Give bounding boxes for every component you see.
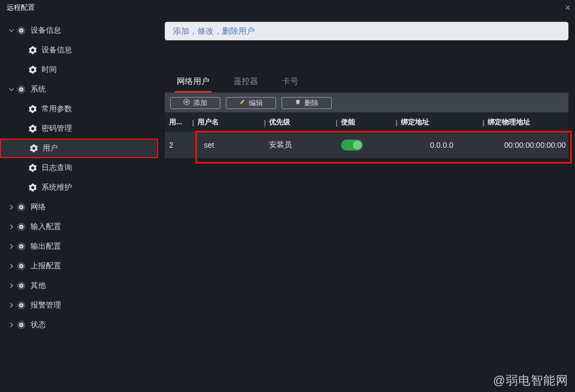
watermark: @弱电智能网: [493, 372, 568, 389]
button-label: 添加: [193, 98, 207, 108]
svg-point-1: [17, 86, 26, 94]
column-separator: |: [264, 118, 269, 126]
gear-icon: [28, 164, 37, 172]
sidebar-group-input-config[interactable]: 输入配置: [0, 217, 158, 237]
sidebar-group-label: 设备信息: [31, 26, 61, 35]
sidebar-group-label: 系统: [31, 85, 46, 94]
th-bind-mac: 绑定物理地址: [488, 117, 568, 127]
gear-icon: [16, 26, 26, 35]
sidebar-item-label: 时间: [41, 65, 57, 75]
sidebar: 设备信息 设备信息 时间 系统: [0, 15, 158, 392]
sidebar-item-time[interactable]: 时间: [0, 60, 158, 80]
column-separator: |: [336, 118, 341, 126]
tab-label: 网络用户: [177, 76, 209, 87]
sidebar-group-label: 状态: [31, 320, 46, 330]
gear-icon: [16, 320, 26, 330]
sidebar-group-output-config[interactable]: 输出配置: [0, 237, 158, 256]
add-button[interactable]: 添加: [170, 97, 220, 109]
svg-point-2: [17, 203, 26, 212]
sidebar-group-device-info[interactable]: 设备信息: [0, 21, 158, 40]
table-header: 用... | 用户名 | 优先级 | 使能 | 绑定地址 | 绑定物理地址: [165, 112, 568, 132]
sidebar-item-device-info[interactable]: 设备信息: [0, 40, 158, 60]
column-separator: |: [483, 118, 488, 126]
sidebar-group-alarm-mgmt[interactable]: 报警管理: [0, 295, 158, 315]
gear-icon: [16, 300, 26, 310]
cell-priority: 安装员: [269, 140, 336, 150]
gear-icon: [28, 105, 37, 113]
tab-remote[interactable]: 遥控器: [221, 70, 270, 92]
titlebar: 远程配置 ×: [0, 0, 575, 15]
sidebar-item-label: 用户: [43, 143, 58, 153]
th-index: 用...: [169, 117, 192, 127]
sidebar-group-label: 输出配置: [31, 242, 61, 251]
tab-network-user[interactable]: 网络用户: [165, 70, 221, 92]
caret-right-icon: [8, 263, 15, 269]
table-row[interactable]: 2 | set | 安装员 | | 0.0.0.0 | 00:00:00:00:…: [165, 132, 568, 158]
svg-point-8: [17, 321, 26, 329]
tabs: 网络用户 遥控器 卡号: [165, 71, 568, 93]
content: 添加，修改，删除用户 网络用户 遥控器 卡号 添加: [158, 15, 575, 392]
th-bind-ip: 绑定地址: [401, 117, 483, 127]
gear-icon: [16, 85, 26, 94]
sidebar-item-password-mgmt[interactable]: 密码管理: [0, 119, 158, 138]
gear-icon: [16, 202, 26, 212]
button-label: 删除: [304, 98, 319, 108]
enable-toggle[interactable]: [341, 140, 363, 150]
th-priority: 优先级: [269, 117, 336, 127]
page-banner: 添加，修改，删除用户: [165, 22, 568, 40]
sidebar-group-network[interactable]: 网络: [0, 197, 158, 217]
close-icon[interactable]: ×: [565, 3, 571, 13]
trash-icon: [295, 99, 301, 107]
caret-down-icon: [8, 28, 15, 33]
tab-card[interactable]: 卡号: [270, 70, 310, 92]
sidebar-group-status[interactable]: 状态: [0, 315, 158, 335]
column-separator: |: [192, 118, 197, 126]
caret-right-icon: [8, 204, 15, 210]
sidebar-group-label: 上报配置: [31, 261, 61, 271]
sidebar-group-label: 网络: [31, 202, 46, 212]
sidebar-item-label: 常用参数: [41, 104, 72, 114]
sidebar-item-label: 日志查询: [41, 163, 72, 173]
th-username: 用户名: [197, 117, 264, 127]
svg-point-6: [17, 282, 26, 290]
caret-right-icon: [8, 244, 15, 249]
caret-down-icon: [8, 87, 15, 92]
cell-enable: [341, 140, 396, 150]
column-separator: |: [396, 118, 401, 126]
sidebar-item-label: 密码管理: [41, 124, 72, 134]
sidebar-item-system-maintenance[interactable]: 系统维护: [0, 178, 158, 197]
toggle-knob: [353, 141, 362, 149]
plus-icon: [183, 99, 190, 107]
gear-icon: [28, 183, 37, 192]
sidebar-group-report-config[interactable]: 上报配置: [0, 256, 158, 276]
edit-button[interactable]: 编辑: [226, 97, 276, 109]
gear-icon: [16, 261, 26, 271]
gear-icon: [28, 46, 37, 55]
th-enable: 使能: [341, 117, 396, 127]
delete-button[interactable]: 删除: [281, 97, 332, 109]
cell-bind-ip: 0.0.0.0: [401, 141, 483, 149]
sidebar-item-label: 系统维护: [41, 183, 72, 192]
gear-icon: [28, 124, 37, 133]
sidebar-item-label: 设备信息: [41, 45, 72, 55]
tab-label: 卡号: [282, 76, 298, 87]
gear-icon: [16, 281, 26, 291]
tab-label: 遥控器: [233, 76, 258, 87]
window-title: 远程配置: [7, 3, 35, 13]
caret-right-icon: [8, 303, 15, 308]
svg-point-4: [17, 243, 26, 251]
sidebar-group-label: 其他: [31, 281, 46, 291]
gear-icon: [29, 144, 38, 153]
sidebar-item-log-query[interactable]: 日志查询: [0, 158, 158, 178]
svg-point-3: [17, 223, 26, 231]
sidebar-group-system[interactable]: 系统: [0, 80, 158, 99]
pencil-icon: [239, 99, 245, 107]
sidebar-item-common-params[interactable]: 常用参数: [0, 99, 158, 119]
sidebar-group-other[interactable]: 其他: [0, 276, 158, 295]
gear-icon: [16, 222, 26, 232]
sidebar-group-label: 报警管理: [31, 300, 61, 310]
sidebar-item-user[interactable]: 用户: [0, 138, 158, 158]
button-label: 编辑: [249, 98, 263, 108]
caret-right-icon: [8, 224, 15, 230]
cell-bind-mac: 00:00:00:00:00:00: [488, 141, 568, 149]
